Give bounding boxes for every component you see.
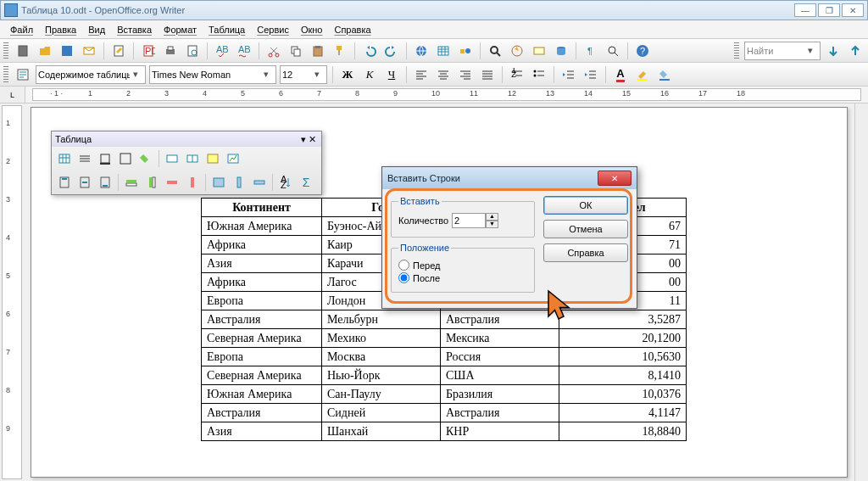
find-button[interactable] — [486, 42, 504, 60]
dropdown-icon[interactable]: ▾ — [804, 45, 816, 56]
table-row[interactable]: АвстралияСиднейАвстралия4,1147 — [202, 404, 687, 422]
table-cell[interactable]: КНР — [441, 422, 559, 441]
bg-color-button[interactable] — [655, 65, 674, 84]
inc-indent-button[interactable] — [581, 65, 600, 84]
email-button[interactable] — [80, 42, 98, 60]
table-cell[interactable]: Мельбурн — [322, 310, 441, 329]
auto-spellcheck-button[interactable]: ABC — [235, 42, 253, 60]
spellcheck-button[interactable]: ABC — [213, 42, 231, 60]
table-cell[interactable]: Сан-Паулу — [322, 385, 441, 404]
cut-button[interactable] — [264, 42, 283, 60]
table-cell[interactable]: Мехико — [322, 329, 441, 348]
split-button[interactable] — [183, 149, 202, 168]
paste-button[interactable] — [309, 42, 327, 60]
align-center-button[interactable] — [434, 65, 453, 84]
toolbar-grip[interactable] — [3, 42, 8, 59]
find-next-button[interactable] — [824, 42, 843, 60]
align-left-button[interactable] — [412, 65, 431, 84]
styles-button[interactable] — [14, 65, 32, 84]
redo-button[interactable] — [382, 42, 401, 60]
bold-button[interactable]: Ж — [338, 65, 357, 84]
table-row[interactable]: АзияШанхайКНР18,8840 — [202, 422, 687, 441]
table-cell[interactable]: Москва — [322, 348, 441, 366]
insert-row-button[interactable] — [122, 173, 141, 192]
ok-button[interactable]: ОК — [543, 196, 628, 215]
spin-up-icon[interactable]: ▲ — [486, 213, 498, 221]
table-cell[interactable]: Африка — [202, 273, 322, 292]
table-cell[interactable]: Азия — [202, 422, 322, 441]
menu-help[interactable]: Справка — [329, 23, 376, 36]
align-justify-button[interactable] — [478, 65, 497, 84]
table-cell[interactable]: 10,5630 — [559, 348, 687, 366]
table-cell[interactable]: 3,5287 — [559, 310, 687, 329]
size-input[interactable] — [282, 67, 311, 82]
table-cell[interactable]: 20,1200 — [559, 329, 687, 348]
table-row[interactable]: ЕвропаМоскваРоссия10,5630 — [202, 348, 687, 366]
line-color-button[interactable] — [96, 149, 114, 168]
before-radio[interactable] — [398, 260, 409, 271]
table-cell[interactable]: Европа — [202, 348, 322, 366]
hyperlink-button[interactable] — [412, 42, 431, 60]
size-combo[interactable]: ▾ — [280, 65, 327, 84]
insert-table-button[interactable] — [434, 42, 453, 60]
table-row[interactable]: АвстралияМельбурнАвстралия3,5287 — [202, 310, 687, 329]
gallery-button[interactable] — [530, 42, 548, 60]
top-align-button[interactable] — [55, 173, 74, 192]
table-cell[interactable]: Австралия — [441, 404, 559, 422]
open-button[interactable] — [36, 42, 54, 60]
edit-doc-button[interactable] — [109, 42, 128, 60]
copy-button[interactable] — [287, 42, 305, 60]
numbering-button[interactable]: 12 — [508, 65, 526, 84]
underline-button[interactable]: Ч — [382, 65, 401, 84]
table-cell[interactable]: Австралия — [202, 310, 322, 329]
table-cell[interactable]: Австралия — [441, 310, 559, 329]
insert-col-button[interactable] — [142, 173, 161, 192]
show-draw-button[interactable] — [456, 42, 475, 60]
bgcolor-button[interactable] — [136, 149, 155, 168]
highlight-button[interactable] — [633, 65, 652, 84]
dropdown-icon[interactable]: ▾ — [311, 69, 323, 80]
table-cell[interactable]: 4,1147 — [559, 404, 687, 422]
select-col-button[interactable] — [230, 173, 248, 192]
undo-button[interactable] — [360, 42, 379, 60]
table-new-button[interactable] — [55, 149, 74, 168]
after-radio[interactable] — [398, 272, 409, 283]
find-combo[interactable]: ▾ — [744, 42, 821, 60]
data-sources-button[interactable] — [552, 42, 570, 60]
table-row[interactable]: Северная АмерикаМехикоМексика20,1200 — [202, 329, 687, 348]
menu-view[interactable]: Вид — [83, 23, 110, 36]
horizontal-ruler[interactable]: · 1 ·123456789101112131415161718 — [32, 88, 861, 101]
navigator-button[interactable] — [508, 42, 526, 60]
help-button[interactable]: ? — [633, 42, 652, 60]
quantity-input[interactable] — [452, 213, 486, 228]
table-cell[interactable]: Азия — [202, 254, 322, 273]
spin-down-icon[interactable]: ▼ — [486, 221, 498, 228]
table-cell[interactable]: Южная Америка — [202, 217, 322, 236]
table-cell[interactable]: США — [441, 366, 559, 385]
table-cell[interactable]: Мексика — [441, 329, 559, 348]
close-button[interactable]: ✕ — [842, 3, 864, 17]
style-input[interactable] — [38, 67, 130, 82]
font-input[interactable] — [152, 67, 260, 82]
table-cell[interactable]: Европа — [202, 292, 322, 310]
line-style-button[interactable] — [75, 149, 94, 168]
font-color-button[interactable]: A — [611, 65, 630, 84]
new-button[interactable] — [14, 42, 32, 60]
style-combo[interactable]: ▾ — [36, 65, 146, 84]
table-cell[interactable]: Северная Америка — [202, 329, 322, 348]
menu-tools[interactable]: Сервис — [252, 23, 294, 36]
help-button[interactable]: Справка — [543, 243, 628, 262]
optimize-button[interactable] — [203, 149, 222, 168]
dialog-close-button[interactable]: ✕ — [598, 171, 632, 186]
table-row[interactable]: Южная АмерикаСан-ПаулуБразилия10,0376 — [202, 385, 687, 404]
bullets-button[interactable] — [530, 65, 548, 84]
table-cell[interactable]: Россия — [441, 348, 559, 366]
export-pdf-button[interactable]: PDF — [139, 42, 158, 60]
mid-align-button[interactable] — [75, 173, 94, 192]
merge-button[interactable] — [163, 149, 181, 168]
after-option[interactable]: После — [398, 272, 527, 283]
table-cell[interactable]: Сидней — [322, 404, 441, 422]
vertical-scrollbar[interactable] — [854, 103, 868, 481]
select-row-button[interactable] — [250, 173, 269, 192]
table-row[interactable]: Северная АмерикаНью-ЙоркСША8,1410 — [202, 366, 687, 385]
